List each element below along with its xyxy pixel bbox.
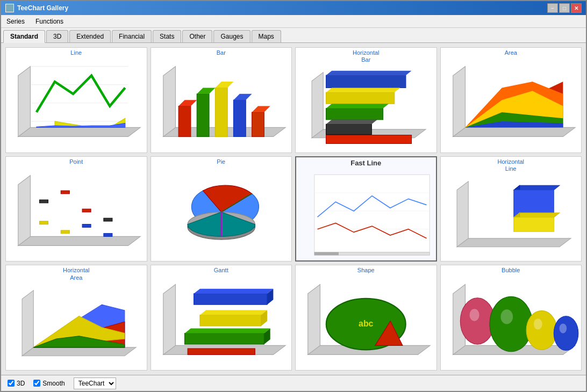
svg-marker-32 [453,67,465,137]
chart-cell-fastline[interactable]: Fast Line [295,156,437,262]
chart-cell-pie[interactable]: Pie [151,156,292,262]
chart-cell-bubble[interactable]: Bubble [440,265,582,371]
svg-rect-30 [326,135,412,144]
svg-point-93 [500,309,513,324]
svg-point-91 [469,309,479,321]
chart-cell-shape[interactable]: Shape abc [295,265,437,371]
close-button[interactable]: ✕ [571,3,582,13]
chart-title-gantt: Gantt [213,265,230,274]
title-bar-left: TeeChart Gallery [5,4,68,12]
minimize-button[interactable]: − [547,3,558,13]
chart-visual-shape: abc [296,275,436,370]
tab-standard[interactable]: Standard [3,30,45,43]
svg-rect-79 [184,333,264,344]
chart-grid: Line [5,47,582,371]
svg-rect-26 [326,108,383,120]
theme-dropdown-group: TeeChart Classic Modern [74,378,116,389]
svg-rect-10 [178,106,191,137]
chart-gallery-content: Line [1,43,586,375]
chart-title-hbar: HorizontalBar [352,48,381,64]
chart-cell-bar[interactable]: Bar [151,47,292,153]
svg-point-94 [526,310,557,350]
checkbox-3d-label[interactable]: 3D [17,380,25,387]
chart-cell-point[interactable]: Point [5,156,147,262]
svg-marker-58 [457,182,468,247]
chart-title-fastline: Fast Line [349,157,382,168]
checkbox-smooth-group: Smooth [33,380,65,387]
main-window: TeeChart Gallery − □ ✕ Series Functions … [0,0,587,392]
svg-rect-76 [199,315,261,325]
tab-financial[interactable]: Financial [112,30,152,42]
svg-marker-13 [197,88,215,94]
svg-rect-73 [194,293,267,304]
svg-rect-28 [326,125,372,135]
svg-rect-51 [314,175,429,253]
title-bar: TeeChart Gallery − □ ✕ [1,1,586,15]
svg-rect-82 [188,349,255,354]
chart-cell-harea[interactable]: HorizontalArea [5,265,147,371]
svg-marker-27 [326,104,389,108]
svg-marker-64 [514,217,554,231]
svg-rect-45 [61,230,69,234]
svg-rect-43 [104,218,112,221]
chart-visual-hline [441,173,582,261]
menu-series[interactable]: Series [1,17,30,26]
svg-marker-29 [326,120,377,124]
svg-marker-57 [457,238,571,247]
svg-marker-1 [18,67,31,137]
svg-point-97 [559,323,567,333]
chart-visual-harea [6,282,147,370]
svg-marker-65 [22,347,136,356]
chart-cell-hline[interactable]: HorizontalLine [440,156,582,262]
chart-visual-pie [151,166,292,261]
svg-marker-59 [514,185,560,190]
svg-rect-18 [252,112,264,136]
chart-cell-area[interactable]: Area [440,47,582,153]
chart-cell-gantt[interactable]: Gantt [151,265,292,371]
chart-cell-line[interactable]: Line [5,47,147,153]
chart-title-hline: HorizontalLine [496,157,525,173]
svg-marker-0 [18,128,140,137]
chart-title-bar: Bar [216,48,227,57]
svg-marker-9 [163,67,175,137]
svg-marker-74 [194,288,273,293]
tab-bar: Standard 3D Extended Financial Stats Oth… [1,28,586,43]
svg-point-95 [533,318,542,329]
svg-rect-16 [233,100,246,136]
checkbox-smooth-label[interactable]: Smooth [42,380,65,387]
checkbox-smooth[interactable] [33,380,40,387]
chart-visual-area [441,57,582,152]
tab-3d[interactable]: 3D [46,30,68,42]
checkbox-3d-group: 3D [8,380,25,387]
svg-marker-38 [18,236,140,245]
svg-rect-14 [215,88,227,137]
chart-title-pie: Pie [216,157,226,166]
checkbox-3d[interactable] [8,380,15,387]
svg-rect-12 [197,94,209,137]
theme-dropdown[interactable]: TeeChart Classic Modern [74,378,116,389]
svg-rect-40 [40,200,48,203]
svg-marker-23 [326,71,412,75]
menu-functions[interactable]: Functions [30,17,69,26]
maximize-button[interactable]: □ [559,3,570,13]
svg-rect-44 [40,221,48,224]
svg-marker-72 [163,284,175,354]
svg-text:abc: abc [359,319,374,328]
tab-stats[interactable]: Stats [153,30,181,42]
tab-maps[interactable]: Maps [252,30,281,42]
svg-marker-80 [184,328,270,333]
svg-marker-21 [312,72,323,138]
chart-cell-hbar[interactable]: HorizontalBar [295,47,437,153]
window-title: TeeChart Gallery [17,4,68,12]
svg-marker-17 [233,94,252,100]
svg-marker-66 [22,291,33,356]
svg-rect-22 [326,76,406,88]
tab-extended[interactable]: Extended [69,30,111,42]
svg-rect-24 [326,92,395,104]
tab-gauges[interactable]: Gauges [213,30,250,42]
svg-marker-77 [199,310,267,315]
title-buttons: − □ ✕ [547,3,582,13]
tab-other[interactable]: Other [182,30,212,42]
svg-marker-19 [252,106,270,112]
svg-marker-31 [453,128,575,137]
